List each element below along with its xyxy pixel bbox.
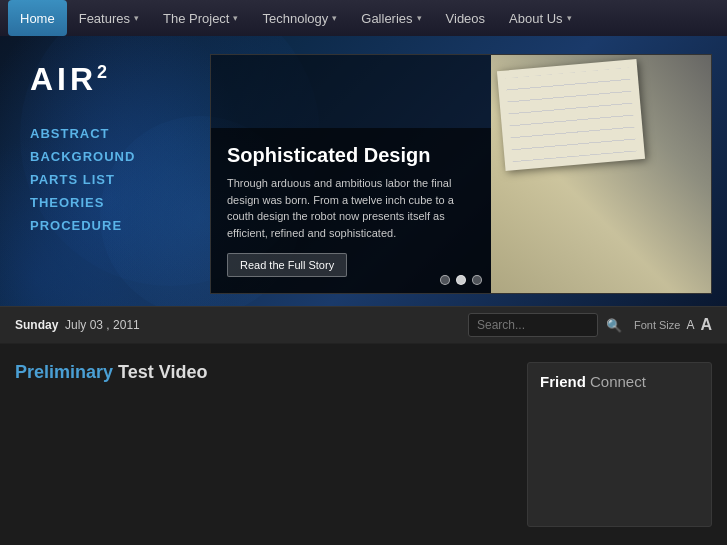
- logo: AIR2: [30, 61, 111, 98]
- sidebar-link-background[interactable]: BACKGROUND: [30, 149, 135, 164]
- sidebar-link-procedure[interactable]: PROCEDURE: [30, 218, 135, 233]
- main-content: Preliminary Test Video: [15, 362, 512, 527]
- nav-item-galleries[interactable]: Galleries ▾: [349, 0, 433, 36]
- date-display: Sunday July 03 , 2011: [15, 318, 140, 332]
- main-section-title: Preliminary Test Video: [15, 362, 512, 383]
- search-area: 🔍: [468, 313, 622, 337]
- font-size-label: Font Size: [634, 319, 680, 331]
- sidebar-link-abstract[interactable]: ABSTRACT: [30, 126, 135, 141]
- technology-arrow-icon: ▾: [332, 13, 337, 23]
- read-more-button[interactable]: Read the Full Story: [227, 253, 347, 277]
- friend-connect-widget: Friend Connect: [527, 362, 712, 527]
- font-size-controls: Font Size A A: [634, 316, 712, 334]
- nav-item-technology[interactable]: Technology ▾: [250, 0, 349, 36]
- nav-item-about-us[interactable]: About Us ▾: [497, 0, 583, 36]
- the-project-arrow-icon: ▾: [233, 13, 238, 23]
- font-size-large-button[interactable]: A: [700, 316, 712, 334]
- slide-paper: [497, 59, 645, 171]
- slideshow: Sophisticated Design Through arduous and…: [210, 54, 712, 294]
- slide-dot-2[interactable]: [456, 275, 466, 285]
- about-arrow-icon: ▾: [567, 13, 572, 23]
- slide-title: Sophisticated Design: [227, 144, 475, 167]
- content-area: Preliminary Test Video Friend Connect: [0, 344, 727, 545]
- nav-item-videos[interactable]: Videos: [434, 0, 498, 36]
- search-input[interactable]: [468, 313, 598, 337]
- sidebar-link-parts-list[interactable]: PARTS LIST: [30, 172, 135, 187]
- slide-dot-1[interactable]: [440, 275, 450, 285]
- slide-dot-3[interactable]: [472, 275, 482, 285]
- navbar: Home Features ▾ The Project ▾ Technology…: [0, 0, 727, 36]
- slide-content: Sophisticated Design Through arduous and…: [211, 128, 491, 293]
- hero-section: AIR2 ABSTRACT BACKGROUND PARTS LIST THEO…: [0, 36, 727, 306]
- search-icon: 🔍: [606, 318, 622, 333]
- logo-text: AIR2: [30, 61, 111, 98]
- nav-item-home[interactable]: Home: [8, 0, 67, 36]
- nav-item-features[interactable]: Features ▾: [67, 0, 151, 36]
- slide-dots: [440, 275, 482, 285]
- sidebar-link-theories[interactable]: THEORIES: [30, 195, 135, 210]
- info-bar: Sunday July 03 , 2011 🔍 Font Size A A: [0, 306, 727, 344]
- widget-title: Friend Connect: [540, 373, 699, 390]
- features-arrow-icon: ▾: [134, 13, 139, 23]
- slide-description: Through arduous and ambitious labor the …: [227, 175, 475, 241]
- galleries-arrow-icon: ▾: [417, 13, 422, 23]
- slide-image: [491, 55, 711, 293]
- nav-item-the-project[interactable]: The Project ▾: [151, 0, 250, 36]
- font-size-small-button[interactable]: A: [686, 318, 694, 332]
- sidebar-links: ABSTRACT BACKGROUND PARTS LIST THEORIES …: [30, 126, 135, 233]
